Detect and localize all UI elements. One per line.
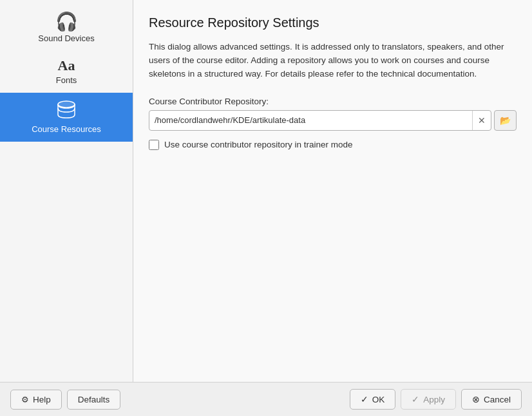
sidebar-item-fonts[interactable]: Aa Fonts: [0, 51, 133, 93]
trainer-mode-row: Use course contributor repository in tra…: [149, 140, 517, 150]
path-input-container: ✕: [149, 110, 491, 131]
cancel-label: Cancel: [484, 395, 511, 404]
database-icon: [57, 100, 76, 122]
help-label: Help: [33, 395, 51, 404]
sidebar-item-label-sound-devices: Sound Devices: [38, 33, 94, 43]
sidebar-item-sound-devices[interactable]: 🎧 Sound Devices: [0, 5, 133, 51]
sidebar: 🎧 Sound Devices Aa Fonts Course Resource…: [0, 0, 133, 382]
trainer-mode-checkbox[interactable]: [149, 140, 159, 150]
repository-input-row: ✕ 📂: [149, 110, 517, 131]
defaults-button[interactable]: Defaults: [67, 390, 121, 410]
sidebar-item-label-course-resources: Course Resources: [32, 124, 101, 134]
ok-label: OK: [372, 395, 385, 404]
sidebar-item-course-resources[interactable]: Course Resources: [0, 93, 133, 142]
help-icon: ⚙: [21, 395, 29, 404]
clear-icon: ✕: [478, 115, 486, 126]
repository-path-input[interactable]: [149, 111, 472, 130]
cancel-button[interactable]: ⊗ Cancel: [461, 389, 522, 410]
footer: ⚙ Help Defaults ✓ OK ✓ Apply ⊗ Cancel: [0, 382, 532, 416]
headphone-icon: 🎧: [55, 13, 78, 31]
apply-button[interactable]: ✓ Apply: [401, 389, 456, 410]
main-content: Resource Repository Settings This dialog…: [133, 0, 532, 382]
cancel-icon: ⊗: [472, 394, 480, 404]
ok-check-icon: ✓: [361, 394, 368, 404]
folder-icon: 📂: [500, 115, 511, 126]
description-text: This dialog allows advanced settings. It…: [149, 41, 517, 81]
apply-check-icon: ✓: [412, 394, 419, 404]
fonts-icon: Aa: [58, 59, 75, 73]
svg-point-1: [58, 101, 75, 108]
defaults-label: Defaults: [78, 395, 110, 404]
apply-label: Apply: [423, 395, 445, 404]
footer-right: ✓ OK ✓ Apply ⊗ Cancel: [350, 389, 522, 410]
clear-input-button[interactable]: ✕: [472, 111, 491, 130]
footer-left: ⚙ Help Defaults: [10, 390, 120, 410]
browse-folder-button[interactable]: 📂: [494, 110, 517, 131]
page-title: Resource Repository Settings: [149, 15, 517, 30]
trainer-mode-label[interactable]: Use course contributor repository in tra…: [164, 140, 353, 149]
sidebar-item-label-fonts: Fonts: [56, 75, 77, 85]
repository-field-label: Course Contributor Repository:: [149, 97, 517, 106]
ok-button[interactable]: ✓ OK: [350, 389, 396, 410]
help-button[interactable]: ⚙ Help: [10, 390, 62, 410]
